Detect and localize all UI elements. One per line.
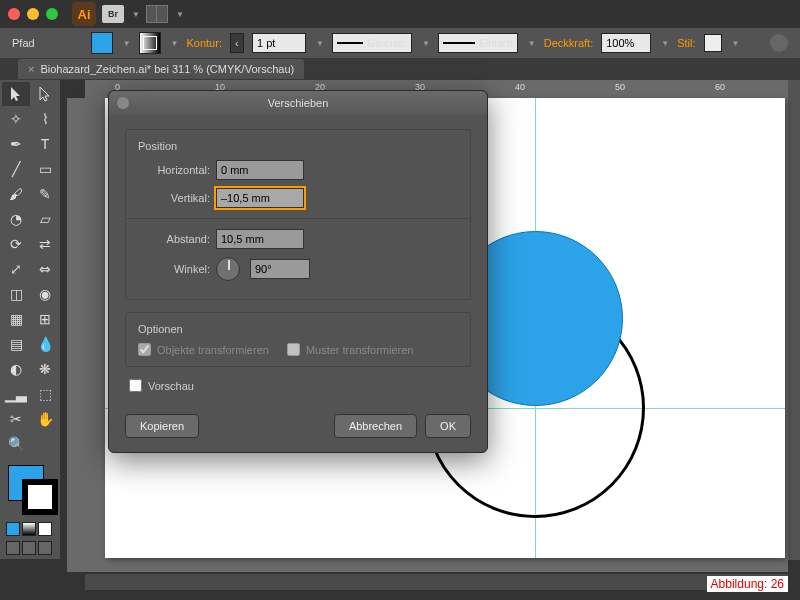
horizontal-label: Horizontal:	[138, 164, 210, 176]
line-tool[interactable]: ╱	[2, 157, 30, 181]
preview-checkbox[interactable]: Vorschau	[129, 379, 471, 392]
chevron-down-icon[interactable]: ▼	[176, 10, 184, 19]
transform-patterns-checkbox[interactable]: Muster transformieren	[287, 343, 414, 356]
deckkraft-label: Deckkraft:	[544, 37, 594, 49]
options-group-label: Optionen	[134, 323, 187, 335]
chevron-down-icon[interactable]: ▼	[661, 39, 669, 48]
fill-swatch[interactable]	[91, 32, 113, 54]
ok-button[interactable]: OK	[425, 414, 471, 438]
angle-input[interactable]: 90°	[250, 259, 310, 279]
distance-input[interactable]: 10,5 mm	[216, 229, 304, 249]
chevron-down-icon[interactable]: ▼	[123, 39, 131, 48]
copy-button[interactable]: Kopieren	[125, 414, 199, 438]
tool-panel: ✧ ⌇ ✒ T ╱ ▭ 🖌 ✎ ◔ ▱ ⟳ ⇄ ⤢ ⇔ ◫ ◉ ▦ ⊞ ▤ 💧 …	[0, 80, 60, 559]
blend-tool[interactable]: ◐	[2, 357, 30, 381]
draw-inside[interactable]	[38, 541, 52, 555]
figure-caption: Abbildung: 26	[707, 576, 788, 592]
document-tab-title: Biohazard_Zeichen.ai* bei 311 % (CMYK/Vo…	[40, 63, 294, 75]
draw-behind[interactable]	[22, 541, 36, 555]
titlebar: Ai Br ▼ ▼	[0, 0, 800, 28]
selection-tool[interactable]	[2, 82, 30, 106]
hand-tool[interactable]: ✋	[31, 407, 59, 431]
horizontal-scrollbar[interactable]	[85, 574, 788, 590]
layout-button[interactable]	[146, 5, 168, 23]
symbol-sprayer-tool[interactable]: ❋	[31, 357, 59, 381]
chevron-down-icon[interactable]: ▼	[422, 39, 430, 48]
recolor-icon[interactable]	[770, 34, 788, 52]
window-controls	[8, 8, 58, 20]
chevron-down-icon[interactable]: ▼	[528, 39, 536, 48]
vertical-input[interactable]: –10,5 mm	[216, 188, 304, 208]
object-type-label: Pfad	[12, 37, 35, 49]
options-bar: Pfad ▼ ▼ Kontur: ‹ 1 pt ▼ Gleichm. ▼ Ein…	[0, 28, 800, 58]
mesh-tool[interactable]: ⊞	[31, 307, 59, 331]
move-dialog: Verschieben Position Horizontal: 0 mm Ve…	[108, 90, 488, 453]
angle-label: Winkel:	[138, 263, 210, 275]
screen-mode-row	[2, 539, 59, 557]
bridge-button[interactable]: Br	[102, 5, 124, 23]
width-tool[interactable]: ⇔	[31, 257, 59, 281]
position-group-label: Position	[134, 140, 181, 152]
scale-tool[interactable]: ⤢	[2, 257, 30, 281]
angle-dial[interactable]	[216, 257, 240, 281]
blob-brush-tool[interactable]: ◔	[2, 207, 30, 231]
slice-tool[interactable]: ✂	[2, 407, 30, 431]
stroke-profile-select[interactable]: Gleichm.	[332, 33, 412, 53]
pencil-tool[interactable]: ✎	[31, 182, 59, 206]
chevron-down-icon[interactable]: ▼	[171, 39, 179, 48]
rotate-tool[interactable]: ⟳	[2, 232, 30, 256]
perspective-tool[interactable]: ▦	[2, 307, 30, 331]
collapsed-panels[interactable]	[788, 80, 800, 560]
vertical-ruler	[67, 98, 85, 572]
distance-label: Abstand:	[138, 233, 210, 245]
color-mode-row	[2, 520, 59, 538]
eraser-tool[interactable]: ▱	[31, 207, 59, 231]
draw-normal[interactable]	[6, 541, 20, 555]
minimize-window-dot[interactable]	[27, 8, 39, 20]
document-tab[interactable]: × Biohazard_Zeichen.ai* bei 311 % (CMYK/…	[18, 59, 304, 79]
transform-objects-checkbox[interactable]: Objekte transformieren	[138, 343, 269, 356]
paintbrush-tool[interactable]: 🖌	[2, 182, 30, 206]
stil-label: Stil:	[677, 37, 695, 49]
opacity-field[interactable]: 100%	[601, 33, 651, 53]
stroke-weight-field[interactable]: 1 pt	[252, 33, 306, 53]
style-swatch[interactable]	[704, 34, 722, 52]
stroke-weight-stepper[interactable]: ‹	[230, 33, 244, 53]
dialog-title: Verschieben	[268, 97, 329, 109]
cancel-button[interactable]: Abbrechen	[334, 414, 417, 438]
free-transform-tool[interactable]: ◫	[2, 282, 30, 306]
kontur-label: Kontur:	[186, 37, 221, 49]
color-swatch-area	[2, 461, 59, 519]
document-tabbar: × Biohazard_Zeichen.ai* bei 311 % (CMYK/…	[0, 58, 800, 80]
close-window-dot[interactable]	[8, 8, 20, 20]
color-mode-solid[interactable]	[6, 522, 20, 536]
color-mode-none[interactable]	[38, 522, 52, 536]
column-graph-tool[interactable]: ▁▃	[2, 382, 30, 406]
direct-selection-tool[interactable]	[31, 82, 59, 106]
horizontal-input[interactable]: 0 mm	[216, 160, 304, 180]
eyedropper-tool[interactable]: 💧	[31, 332, 59, 356]
shape-builder-tool[interactable]: ◉	[31, 282, 59, 306]
gradient-tool[interactable]: ▤	[2, 332, 30, 356]
maximize-window-dot[interactable]	[46, 8, 58, 20]
artboard-tool[interactable]: ⬚	[31, 382, 59, 406]
lasso-tool[interactable]: ⌇	[31, 107, 59, 131]
brush-select[interactable]: Einfach	[438, 33, 518, 53]
type-tool[interactable]: T	[31, 132, 59, 156]
zoom-tool[interactable]: 🔍	[2, 432, 30, 456]
chevron-down-icon[interactable]: ▼	[132, 10, 140, 19]
color-mode-gradient[interactable]	[22, 522, 36, 536]
reflect-tool[interactable]: ⇄	[31, 232, 59, 256]
magic-wand-tool[interactable]: ✧	[2, 107, 30, 131]
close-tab-icon[interactable]: ×	[28, 63, 34, 75]
stroke-color-swatch[interactable]	[22, 479, 58, 515]
rectangle-tool[interactable]: ▭	[31, 157, 59, 181]
vertical-label: Vertikal:	[138, 192, 210, 204]
pen-tool[interactable]: ✒	[2, 132, 30, 156]
stroke-swatch[interactable]	[139, 32, 161, 54]
dialog-close-icon[interactable]	[117, 97, 129, 109]
chevron-down-icon[interactable]: ▼	[316, 39, 324, 48]
chevron-down-icon[interactable]: ▼	[732, 39, 740, 48]
spacer	[31, 432, 59, 456]
dialog-titlebar[interactable]: Verschieben	[109, 91, 487, 115]
